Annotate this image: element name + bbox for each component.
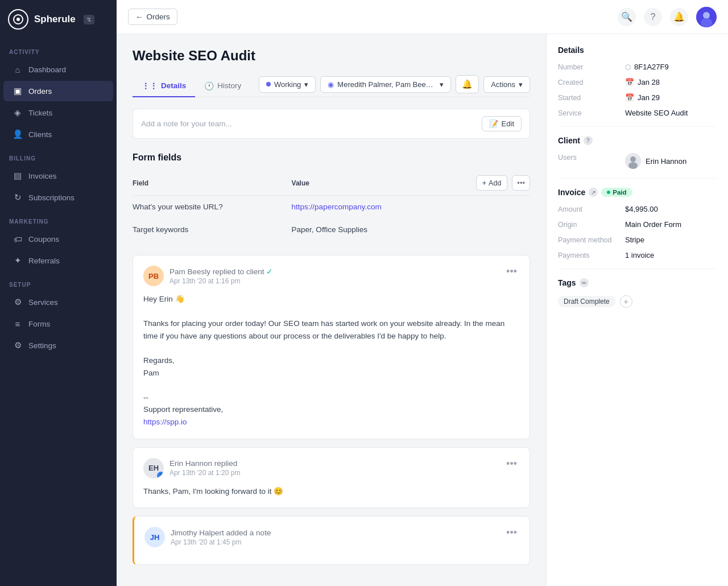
comment-card-jimothy: JH Jimothy Halpert added a note Apr 13th… [133, 516, 530, 565]
details-section-title: Details [558, 46, 717, 55]
tab-details[interactable]: ⋮⋮ Details [133, 76, 195, 97]
comment-options-button[interactable]: ••• [504, 527, 519, 539]
add-tag-button[interactable]: + [620, 295, 632, 308]
topbar: ← Orders 🔍 ? 🔔 [117, 0, 728, 34]
table-actions: + Add ••• [350, 175, 530, 191]
field-value: Paper, Office Supplies [292, 218, 530, 241]
chevron-down-icon: ▾ [519, 80, 523, 89]
assignee-button[interactable]: ◉ Meredith Palmer, Pam Beesly, Jimothy..… [320, 76, 451, 93]
main-area: ← Orders 🔍 ? 🔔 Webs [117, 0, 728, 586]
tab-history-label: History [217, 81, 241, 90]
payment-method-row: Payment method Stripe [558, 236, 717, 244]
sidebar-item-coupons[interactable]: 🏷 Coupons [3, 229, 113, 249]
actions-label: Actions [491, 80, 515, 89]
payment-method-value: Stripe [625, 236, 644, 244]
amount-value: $4,995.00 [625, 205, 658, 213]
logo-area[interactable]: Spherule ↯ [0, 0, 117, 39]
comment-name: Jimothy Halpert added a note [171, 529, 271, 537]
user-avatar[interactable] [696, 7, 717, 27]
sidebar-item-label: Referrals [28, 257, 60, 265]
tab-history[interactable]: 🕐 History [195, 76, 250, 97]
coupons-icon: 🏷 [13, 234, 23, 244]
notifications-toggle[interactable]: 🔔 [456, 75, 479, 93]
sidebar-item-label: Forms [28, 320, 50, 328]
more-options-button[interactable]: ••• [512, 175, 530, 191]
settings-icon: ⚙ [13, 340, 23, 350]
comment-body: Hey Erin 👋 Thanks for placing your order… [143, 293, 519, 428]
forms-icon: ≡ [13, 319, 23, 329]
right-panel: Details Number ⬡ 8F1A27F9 Created 📅 Jan … [546, 34, 728, 586]
client-badge-icon: 👤 [157, 472, 164, 478]
sidebar: Spherule ↯ ACTIVITY ⌂ Dashboard ▣ Orders… [0, 0, 117, 586]
sidebar-item-label: Clients [28, 130, 52, 139]
status-label: Working [274, 80, 301, 89]
sidebar-item-referrals[interactable]: ✦ Referrals [3, 250, 113, 271]
payments-value: 1 invoice [625, 251, 654, 259]
status-button[interactable]: Working ▾ [259, 76, 316, 93]
sidebar-item-settings[interactable]: ⚙ Settings [3, 335, 113, 356]
tag-chip: Draft Complete [558, 296, 615, 307]
tags-label: Tags [558, 278, 576, 287]
topbar-actions: 🔍 ? 🔔 [618, 7, 717, 27]
client-label: Client [558, 136, 580, 145]
help-button[interactable]: ? [644, 8, 662, 26]
sidebar-item-services[interactable]: ⚙ Services [3, 292, 113, 312]
website-url-link[interactable]: https://papercompany.com [292, 203, 382, 211]
tab-details-label: Details [161, 81, 186, 90]
sidebar-item-orders[interactable]: ▣ Orders [3, 81, 113, 101]
setup-section-label: SETUP [0, 271, 117, 291]
notifications-button[interactable]: 🔔 [670, 8, 688, 26]
bell-icon: 🔔 [673, 11, 685, 22]
sidebar-item-tickets[interactable]: ◈ Tickets [3, 102, 113, 123]
paid-badge: Paid [601, 188, 632, 197]
assignee-label: Meredith Palmer, Pam Beesly, Jimothy... [337, 80, 436, 89]
billing-section-label: BILLING [0, 145, 117, 165]
erin-avatar: EH 👤 [143, 458, 164, 478]
edit-button[interactable]: 📝 Edit [482, 116, 522, 131]
back-button[interactable]: ← Orders [128, 9, 177, 25]
number-row: Number ⬡ 8F1A27F9 [558, 63, 717, 71]
plus-icon: + [624, 297, 628, 306]
sidebar-item-label: Settings [28, 341, 56, 350]
tags-info-icon[interactable]: ✏ [580, 278, 589, 287]
sidebar-item-forms[interactable]: ≡ Forms [3, 313, 113, 334]
invoice-info-icon[interactable]: ↗ [589, 188, 598, 197]
number-label: Number [558, 63, 621, 71]
edit-label: Edit [502, 119, 514, 128]
divider [558, 126, 717, 127]
tabs-row: ⋮⋮ Details 🕐 History Working ▾ [133, 75, 530, 97]
service-row: Service Website SEO Audit [558, 109, 717, 117]
tickets-icon: ◈ [13, 108, 23, 118]
field-column-header: Field [133, 171, 292, 196]
calendar-icon: 📅 [625, 93, 634, 102]
service-label: Service [558, 109, 621, 117]
actions-button[interactable]: Actions ▾ [483, 76, 530, 93]
plus-icon: + [482, 179, 486, 187]
comment-meta: Erin Hannon replied Apr 13th '20 at 1:20… [169, 459, 240, 477]
sidebar-item-subscriptions[interactable]: ↻ Subscriptions [3, 187, 113, 208]
sidebar-item-label: Subscriptions [28, 193, 75, 202]
comment-options-button[interactable]: ••• [504, 266, 519, 278]
content-area: Website SEO Audit ⋮⋮ Details 🕐 History [117, 34, 728, 586]
comment-author-row: PB Pam Beesly replied to client ✓ Apr 13… [143, 266, 273, 286]
sidebar-item-dashboard[interactable]: ⌂ Dashboard [3, 59, 113, 80]
form-fields-section: Form fields Field Value [133, 152, 530, 241]
calendar-icon: 📅 [625, 78, 634, 86]
client-section: Client ? [558, 136, 717, 145]
orders-icon: ▣ [13, 86, 23, 96]
sidebar-item-clients[interactable]: 👤 Clients [3, 124, 113, 145]
comment-options-button[interactable]: ••• [504, 458, 519, 470]
tabs: ⋮⋮ Details 🕐 History [133, 76, 250, 97]
bell-icon: 🔔 [462, 79, 473, 89]
comment-time: Apr 13th '20 at 1:20 pm [169, 469, 240, 477]
spp-link[interactable]: https://spp.io [143, 418, 187, 426]
add-field-button[interactable]: + Add [476, 175, 508, 191]
search-button[interactable]: 🔍 [618, 8, 636, 26]
marketing-section-label: MARKETING [0, 208, 117, 228]
client-info-icon[interactable]: ? [584, 136, 593, 145]
sidebar-item-invoices[interactable]: ▤ Invoices [3, 166, 113, 186]
svg-point-7 [628, 162, 638, 169]
comment-header: EH 👤 Erin Hannon replied Apr 13th '20 at… [143, 458, 519, 478]
started-row: Started 📅 Jan 29 [558, 93, 717, 102]
svg-point-1 [16, 18, 20, 21]
